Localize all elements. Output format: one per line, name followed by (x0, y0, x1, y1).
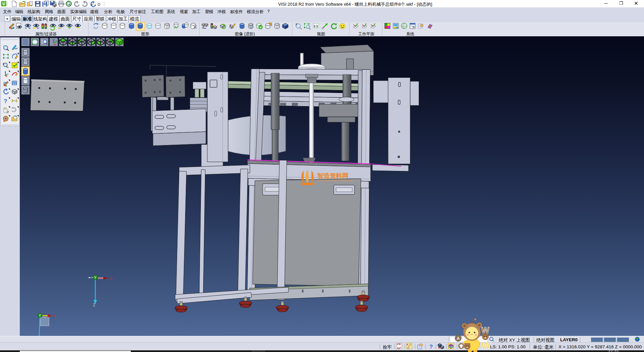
svg-text:?: ? (429, 344, 433, 350)
svg-text:Z: Z (93, 303, 95, 307)
svg-text:INTELLIGENT MANUFACTURING DATA: INTELLIGENT MANUFACTURING DATA (318, 180, 354, 182)
svg-text:智造资料网: 智造资料网 (317, 172, 348, 179)
svg-text:X: X (110, 276, 113, 281)
svg-text:W: W (481, 325, 489, 335)
svg-text:W: W (481, 340, 491, 351)
svg-text:X: X (53, 314, 56, 319)
